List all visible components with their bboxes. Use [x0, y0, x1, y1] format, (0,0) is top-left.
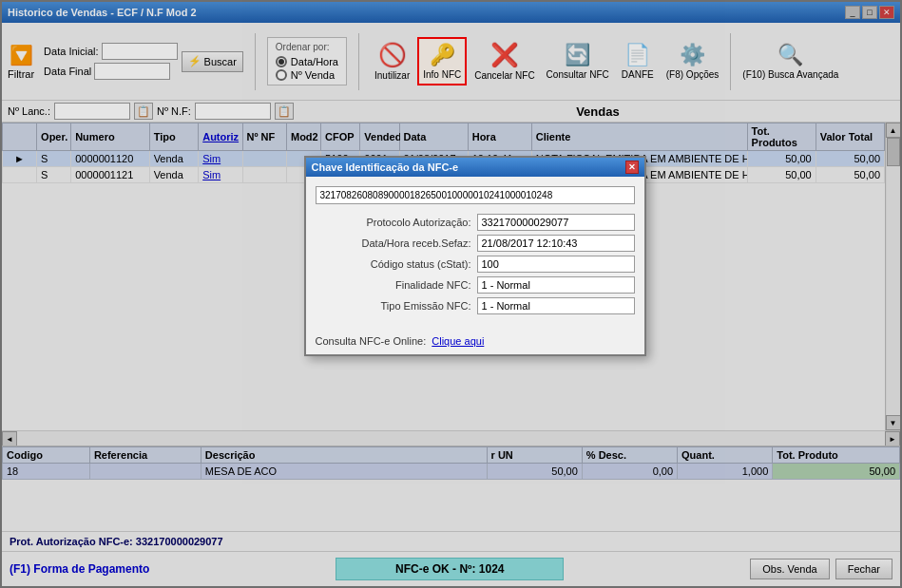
inutilizar-button[interactable]: 🚫 Inutilizar [371, 40, 413, 83]
main-window: Historico de Vendas - ECF / N.F Mod 2 _ … [0, 0, 902, 588]
modal-field-label: Finalidade NFC: [316, 279, 477, 291]
detail-col-quant: Quant. [678, 447, 773, 464]
scroll-thumb[interactable] [887, 138, 900, 166]
detail-preco-un: 50,00 [487, 464, 582, 480]
opcoes-icon: ⚙️ [680, 43, 705, 67]
danfe-button[interactable]: 📄 DANFE [617, 41, 659, 82]
inutilizar-icon: 🚫 [378, 42, 407, 68]
fechar-button[interactable]: Fechar [835, 559, 892, 579]
col-tipo: Tipo [149, 123, 199, 151]
h-scroll-track[interactable] [17, 431, 885, 446]
scroll-track[interactable] [887, 138, 900, 415]
thunder-icon: ⚡ [188, 55, 202, 67]
detail-descricao: MESA DE ACO [201, 464, 487, 480]
inutilizar-label: Inutilizar [374, 70, 410, 81]
info-nfc-icon: 🔑 [430, 43, 455, 67]
row-arrow [3, 167, 37, 183]
detail-table: Codigo Referencia Descrição r UN % Desc.… [2, 446, 900, 480]
consultar-nfc-button[interactable]: 🔄 Consultar NFC [543, 41, 613, 82]
detail-col-tot-produto: Tot. Produto [773, 447, 900, 464]
modal-footer: Consulta NFC-e Online: Clique aqui [306, 328, 644, 354]
sort-option-nvenda[interactable]: Nº Venda [276, 69, 338, 81]
scroll-up-button[interactable]: ▲ [886, 123, 901, 138]
sort-label: Ordenar por: [276, 42, 338, 52]
radio-datahora[interactable] [276, 56, 287, 67]
window-title: Historico de Vendas - ECF / N.F Mod 2 [8, 7, 197, 18]
modal-field-row: Protocolo Autorização: 332170000029077 [316, 214, 635, 231]
busca-avancada-button[interactable]: 🔍 (F10) Busca Avançada [739, 41, 842, 82]
data-final-input[interactable] [94, 63, 170, 80]
table-header-row: Oper. Numero Tipo Autoriz Nº NF Mod2 CFO… [3, 123, 885, 151]
action-buttons-group: Obs. Venda Fechar [750, 559, 892, 579]
consultar-nfc-icon: 🔄 [565, 43, 590, 67]
detail-tbody: 18 MESA DE ACO 50,00 0,00 1,000 50,00 [3, 464, 900, 480]
buscar-button[interactable]: ⚡ Buscar [182, 51, 243, 72]
scroll-down-button[interactable]: ▼ [886, 415, 901, 430]
modal-field-label: Código status (cStat): [316, 258, 477, 270]
maximize-button[interactable]: □ [862, 6, 877, 19]
nf-input[interactable] [195, 103, 271, 120]
lanc-input[interactable] [54, 103, 130, 120]
detail-col-desc: % Desc. [582, 447, 677, 464]
minimize-button[interactable]: _ [845, 6, 860, 19]
lanc-label: Nº Lanc.: [8, 105, 50, 117]
filter-group: 🔽 Filtrar Data Inicial: Data Final [8, 43, 243, 80]
detail-col-referencia: Referencia [89, 447, 201, 464]
sort-area: Ordenar por: Data/Hora Nº Venda [267, 37, 347, 85]
nfc-ok-bar: NFC-e OK - Nº: 1024 [336, 558, 564, 580]
consulta-link[interactable]: Clique aqui [432, 335, 484, 347]
chave-input[interactable] [316, 186, 635, 204]
action-bar: (F1) Forma de Pagamento NFC-e OK - Nº: 1… [2, 551, 900, 586]
modal-field-row: Data/Hora receb.Sefaz: 21/08/2017 12:10:… [316, 235, 635, 252]
opcoes-button[interactable]: ⚙️ (F8) Opções [662, 41, 723, 82]
row-tipo: Venda [149, 151, 199, 167]
chave-modal: Chave Identificação da NFC-e ✕ Protocolo… [304, 156, 646, 356]
row-numero: 0000001120 [71, 151, 149, 167]
row-arrow: ► [3, 151, 37, 167]
lanc-icon-button[interactable]: 📋 [134, 103, 153, 120]
scroll-right-button[interactable]: ► [885, 431, 900, 446]
table-scrollbar[interactable]: ▲ ▼ [885, 123, 900, 430]
col-autoriz[interactable]: Autoriz [199, 123, 242, 151]
row-tipo: Venda [149, 167, 199, 183]
col-tot-produtos: Tot. Produtos [747, 123, 816, 151]
detail-row[interactable]: 18 MESA DE ACO 50,00 0,00 1,000 50,00 [3, 464, 900, 480]
consulta-row: Consulta NFC-e Online: Clique aqui [316, 335, 635, 347]
obs-venda-button[interactable]: Obs. Venda [750, 559, 830, 579]
modal-field-value: 1 - Normal [477, 276, 635, 294]
row-autoriz: Sim [199, 167, 242, 183]
detail-table-container[interactable]: Codigo Referencia Descrição r UN % Desc.… [2, 446, 900, 531]
close-button[interactable]: ✕ [879, 6, 894, 19]
info-nfc-button[interactable]: 🔑 Info NFC [417, 37, 467, 85]
prot-label: Prot. Autorização NFC-e: [10, 536, 133, 547]
row-autoriz: Sim [199, 151, 242, 167]
row-numero: 0000001121 [71, 167, 149, 183]
scroll-left-button[interactable]: ◄ [2, 431, 17, 446]
radio-nvenda[interactable] [276, 69, 287, 81]
filtrar-button[interactable]: 🔽 Filtrar [8, 44, 34, 80]
toolbar-separator-1 [255, 33, 256, 90]
nf-label: Nº N.F: [157, 105, 191, 117]
vendas-bar: Nº Lanc.: 📋 Nº N.F: 📋 Vendas [2, 101, 900, 123]
modal-field-value: 100 [477, 256, 635, 273]
col-data: Data [399, 123, 468, 151]
horizontal-scrollbar[interactable]: ◄ ► [2, 430, 900, 446]
status-bar: Prot. Autorização NFC-e: 332170000029077 [2, 531, 900, 551]
modal-field-row: Código status (cStat): 100 [316, 256, 635, 273]
toolbar-separator-2 [358, 33, 359, 90]
cancelar-nfc-button[interactable]: ❌ Cancelar NFC [470, 40, 538, 83]
data-final-label: Data Final [44, 66, 91, 77]
modal-field-value: 1 - Normal [477, 297, 635, 314]
vendas-title: Vendas [301, 104, 894, 119]
info-nfc-label: Info NFC [423, 69, 461, 80]
data-inicial-input[interactable] [102, 43, 178, 60]
modal-fields: Protocolo Autorização: 332170000029077 D… [316, 214, 635, 314]
sort-option-datahora[interactable]: Data/Hora [276, 56, 338, 67]
nf-icon-button[interactable]: 📋 [275, 103, 294, 120]
title-bar: Historico de Vendas - ECF / N.F Mod 2 _ … [2, 2, 900, 23]
forma-pagamento-button[interactable]: (F1) Forma de Pagamento [10, 562, 149, 576]
cancelar-nfc-icon: ❌ [490, 42, 519, 68]
col-mod2: Mod2 [286, 123, 320, 151]
col-hora: Hora [468, 123, 531, 151]
modal-close-button[interactable]: ✕ [625, 161, 639, 174]
